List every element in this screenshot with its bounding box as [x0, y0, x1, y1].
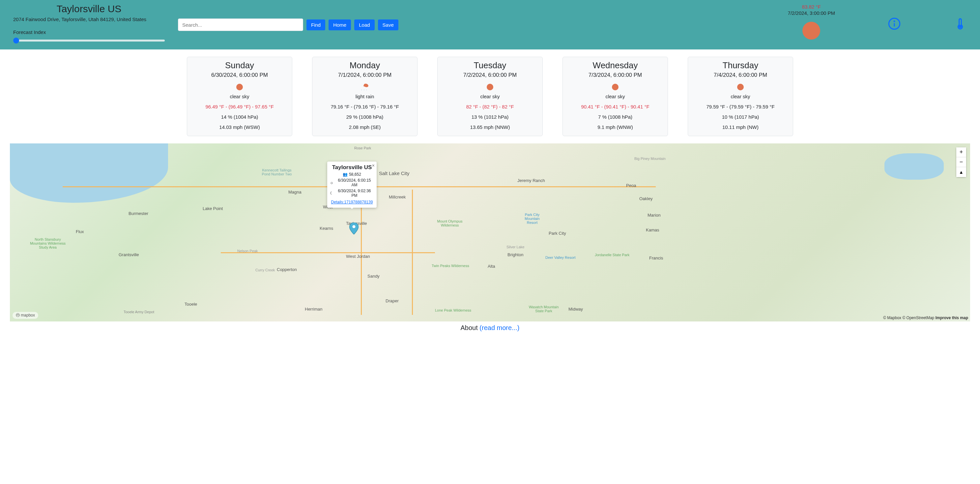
people-icon: 👥	[343, 172, 348, 177]
home-button[interactable]: Home	[329, 19, 351, 30]
thermometer-icon[interactable]	[954, 17, 967, 32]
card-date: 6/30/2024, 6:00:00 PM	[191, 72, 288, 78]
map-label-wasatch: Wasatch Mountain State Park	[527, 305, 560, 313]
info-icon[interactable]	[888, 17, 901, 32]
road-graphic	[361, 189, 362, 315]
card-icon	[442, 83, 538, 91]
map-label-deervalley: Deer Valley Resort	[546, 256, 576, 260]
save-button[interactable]: Save	[378, 19, 398, 30]
card-temp: 82 °F - (82 °F) - 82 °F	[442, 104, 538, 110]
card-wind: 13.65 mph (NNW)	[442, 124, 538, 130]
map-label-parkcity: Park City	[549, 231, 566, 236]
road-graphic	[412, 189, 413, 315]
card-wind: 9.1 mph (WNW)	[567, 124, 663, 130]
map-label-silverlake: Silver Lake	[506, 245, 524, 249]
card-humidity: 10 % (1017 hPa)	[692, 114, 789, 120]
map-label-westjordan: West Jordan	[346, 254, 370, 259]
map-label-copperton: Copperton	[277, 267, 297, 272]
popup-sunset: ☾ 6/30/2024, 9:02:36 PM	[330, 189, 374, 198]
map-label-jeremy: Jeremy Ranch	[517, 178, 545, 183]
sun-icon	[236, 84, 243, 90]
zoom-in-button[interactable]: +	[956, 147, 966, 157]
map-label-bigpiney: Big Piney Mountain	[634, 157, 666, 161]
sun-icon	[737, 84, 744, 90]
search-bar: Find Home Load Save	[178, 19, 398, 31]
map-label-canyons: Park City Mountain Resort	[519, 213, 546, 224]
popup-details-link[interactable]: Details:1719788878139	[330, 200, 374, 204]
search-input[interactable]	[178, 19, 303, 31]
card-temp: 79.59 °F - (79.59 °F) - 79.59 °F	[692, 104, 789, 110]
card-date: 7/1/2024, 6:00:00 PM	[317, 72, 413, 78]
read-more-link[interactable]: (read more...)	[479, 324, 519, 331]
map-label-olympus: Mount Olympus Wilderness	[435, 219, 465, 227]
sun-icon	[487, 84, 493, 90]
header: Taylorsville US 2074 Fairwood Drive, Tay…	[0, 0, 980, 49]
find-button[interactable]: Find	[307, 19, 325, 30]
map-label-kearns: Kearns	[320, 226, 333, 231]
card-date: 7/4/2024, 6:00:00 PM	[692, 72, 789, 78]
card-date: 7/2/2024, 6:00:00 PM	[442, 72, 538, 78]
map-label-draper: Draper	[385, 298, 399, 303]
attrib-osm[interactable]: © OpenStreetMap	[902, 315, 934, 320]
map-label-alta: Alta	[488, 264, 495, 269]
card-day: Monday	[317, 61, 413, 70]
compass-button[interactable]: ▲	[956, 167, 966, 177]
map[interactable]: Salt Lake City Millcreek West Jordan San…	[10, 143, 970, 322]
forecast-card: Sunday6/30/2024, 6:00:00 PMclear sky96.4…	[187, 57, 292, 136]
load-button[interactable]: Load	[354, 19, 374, 30]
about-label: About	[461, 324, 478, 331]
map-label-twinpeaks: Twin Peaks Wilderness	[432, 264, 469, 268]
card-desc: clear sky	[191, 94, 288, 99]
map-controls: + − ▲	[956, 147, 966, 177]
map-label-kennecott: Kennecott Tailings Pond Number Two	[260, 168, 293, 176]
svg-point-2	[894, 21, 895, 22]
sun-icon	[802, 22, 820, 40]
forecast-card: Tuesday7/2/2024, 6:00:00 PMclear sky82 °…	[437, 57, 543, 136]
card-desc: clear sky	[442, 94, 538, 99]
card-wind: 2.08 mph (SE)	[317, 124, 413, 130]
forecast-row: Sunday6/30/2024, 6:00:00 PMclear sky96.4…	[0, 49, 980, 143]
card-temp: 90.41 °F - (90.41 °F) - 90.41 °F	[567, 104, 663, 110]
map-label-grantsville: Grantsville	[119, 252, 139, 257]
card-desc: light rain	[317, 94, 413, 99]
attrib-mapbox[interactable]: © Mapbox	[883, 315, 901, 320]
popup-population-value: 58,652	[349, 172, 361, 177]
card-icon	[692, 83, 789, 91]
popup-sunrise: ☼ 6/30/2024, 6:00:15 AM	[330, 178, 374, 187]
card-day: Tuesday	[442, 61, 538, 70]
popup-sunrise-value: 6/30/2024, 6:00:15 AM	[335, 178, 374, 187]
map-label-lonepeak: Lone Peak Wilderness	[435, 308, 471, 312]
forecast-index-slider[interactable]	[13, 40, 165, 41]
card-icon	[567, 83, 663, 91]
map-label-tooele: Tooele	[185, 302, 197, 307]
city-address: 2074 Fairwood Drive, Taylorsville, Utah …	[13, 16, 165, 22]
zoom-out-button[interactable]: −	[956, 157, 966, 167]
map-label-magna: Magna	[288, 189, 302, 194]
footer: About (read more...)	[0, 322, 980, 334]
map-label-oakley: Oakley	[639, 196, 652, 201]
forecast-card: Thursday7/4/2024, 6:00:00 PMclear sky79.…	[688, 57, 793, 136]
map-label-stansbury: North Stansbury Mountains Wilderness Stu…	[28, 237, 68, 249]
map-attribution: © Mapbox © OpenStreetMap Improve this ma…	[883, 315, 968, 320]
map-label-marion: Marion	[648, 213, 661, 218]
lake-graphic	[10, 143, 168, 203]
map-label-peoa: Peoa	[626, 183, 636, 188]
rain-icon	[361, 84, 368, 90]
card-desc: clear sky	[567, 94, 663, 99]
map-label-flux: Flux	[76, 229, 84, 234]
svg-point-3	[959, 25, 961, 28]
map-label-herriman: Herriman	[305, 307, 322, 312]
map-label-tooelearmy: Tooele Army Depot	[124, 310, 154, 314]
forecast-index-label: Forecast Index	[13, 29, 165, 35]
header-right: 83.82 °F 7/2/2024, 3:00:00 PM	[788, 3, 967, 40]
popup-close-icon[interactable]: ×	[372, 163, 375, 168]
map-label-midway: Midway	[568, 307, 583, 312]
map-pin-icon[interactable]	[349, 223, 358, 236]
attrib-improve[interactable]: Improve this map	[935, 315, 968, 320]
card-humidity: 14 % (1004 hPa)	[191, 114, 288, 120]
card-temp: 96.49 °F - (96.49 °F) - 97.65 °F	[191, 104, 288, 110]
map-label-sandy: Sandy	[368, 274, 380, 279]
card-desc: clear sky	[692, 94, 789, 99]
map-label-nelsonpeak: Nelson Peak	[237, 249, 258, 253]
card-date: 7/3/2024, 6:00:00 PM	[567, 72, 663, 78]
